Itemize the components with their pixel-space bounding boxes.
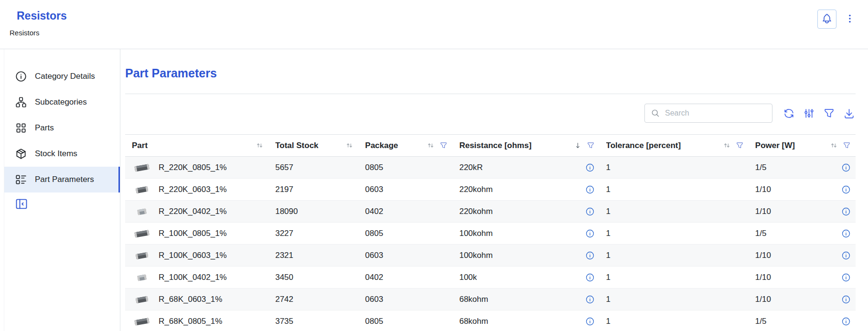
sidebar-item-category-details[interactable]: Category Details bbox=[4, 64, 120, 89]
table-row[interactable]: R_68K_0603_1%2742060368kohm11/10 bbox=[125, 288, 856, 310]
sort-icon[interactable] bbox=[427, 141, 435, 149]
table-row[interactable]: R_100K_0402_1%34500402100k11/10 bbox=[125, 267, 856, 288]
section-divider bbox=[125, 94, 856, 94]
table-row[interactable]: R_220K_0402_1%180900402220kohm11/10 bbox=[125, 201, 856, 223]
part-cell: R_100K_0805_1% bbox=[125, 223, 268, 245]
resistance-cell: 68kohm bbox=[452, 288, 599, 310]
part-name: R_100K_0805_1% bbox=[159, 229, 227, 238]
column-label: Total Stock bbox=[275, 141, 318, 150]
breadcrumb[interactable]: Resistors bbox=[10, 29, 67, 37]
package-cell: 0603 bbox=[358, 288, 452, 310]
power-value: 1/5 bbox=[755, 163, 767, 172]
info-circle-icon[interactable] bbox=[841, 273, 851, 282]
resistance-cell: 100kohm bbox=[452, 245, 599, 267]
sort-icon[interactable] bbox=[345, 141, 354, 149]
section-title: Part Parameters bbox=[125, 66, 856, 80]
refresh-icon bbox=[783, 107, 795, 119]
filter-button[interactable] bbox=[822, 107, 836, 120]
category-grid-icon bbox=[15, 122, 27, 134]
header-left: Resistors Resistors bbox=[10, 8, 67, 37]
table-row[interactable]: R_220K_0603_1%21970603220kohm11/10 bbox=[125, 179, 856, 201]
sidebar-collapse-button[interactable] bbox=[15, 197, 29, 212]
part-thumbnail bbox=[132, 160, 152, 175]
column-header-power-w[interactable]: Power [W] bbox=[749, 135, 856, 157]
overflow-menu-button[interactable] bbox=[844, 10, 856, 29]
table-row[interactable]: R_100K_0603_1%23210603100kohm11/10 bbox=[125, 245, 856, 267]
column-header-part[interactable]: Part bbox=[125, 135, 268, 157]
part-name: R_100K_0603_1% bbox=[159, 251, 227, 260]
table-row[interactable]: R_100K_0805_1%32270805100kohm11/5 bbox=[125, 223, 856, 245]
resistance-value: 100k bbox=[459, 273, 477, 282]
sidebar-item-subcategories[interactable]: Subcategories bbox=[4, 89, 120, 115]
power-value: 1/5 bbox=[755, 229, 767, 238]
sidebar-item-part-parameters[interactable]: Part Parameters bbox=[4, 167, 120, 192]
sort-icon[interactable] bbox=[723, 141, 731, 149]
app-root: Resistors Resistors Category DetailsSubc… bbox=[0, 0, 868, 331]
part-name: R_68K_0603_1% bbox=[159, 295, 222, 304]
column-header-package[interactable]: Package bbox=[358, 135, 452, 157]
power-cell: 1/10 bbox=[749, 267, 856, 288]
power-cell: 1/10 bbox=[749, 179, 856, 201]
part-name: R_220K_0402_1% bbox=[159, 207, 227, 216]
power-value: 1/10 bbox=[755, 207, 771, 216]
power-cell: 1/10 bbox=[749, 245, 856, 267]
info-circle-icon[interactable] bbox=[841, 251, 851, 260]
tolerance-cell: 1 bbox=[600, 179, 749, 201]
table-toolbar bbox=[125, 104, 856, 123]
table-header: PartTotal StockPackageResistance [ohms]T… bbox=[125, 135, 856, 157]
part-parameters-table: PartTotal StockPackageResistance [ohms]T… bbox=[125, 134, 856, 331]
package-cell: 0603 bbox=[358, 179, 452, 201]
resistance-cell: 100kohm bbox=[452, 223, 599, 245]
info-circle-icon[interactable] bbox=[841, 163, 851, 172]
info-circle-icon[interactable] bbox=[841, 185, 851, 194]
info-circle-icon[interactable] bbox=[585, 229, 595, 238]
part-thumbnail bbox=[132, 270, 152, 285]
package-cell: 0805 bbox=[358, 310, 452, 331]
sort-icon[interactable] bbox=[830, 141, 838, 149]
download-button[interactable] bbox=[842, 107, 856, 120]
search-input[interactable] bbox=[664, 108, 766, 118]
column-filter-icon[interactable] bbox=[736, 141, 744, 149]
bell-icon bbox=[821, 13, 833, 26]
column-header-resistance-ohms[interactable]: Resistance [ohms] bbox=[452, 135, 599, 157]
info-circle-icon[interactable] bbox=[585, 317, 595, 326]
tolerance-cell: 1 bbox=[600, 245, 749, 267]
column-header-tolerance-percent[interactable]: Tolerance [percent] bbox=[600, 135, 749, 157]
sidebar-item-stock-items[interactable]: Stock Items bbox=[4, 141, 120, 167]
notifications-button[interactable] bbox=[817, 10, 836, 29]
resistance-value: 68kohm bbox=[459, 295, 488, 304]
column-filter-icon[interactable] bbox=[587, 141, 595, 149]
power-cell: 1/10 bbox=[749, 201, 856, 223]
sidebar-item-parts[interactable]: Parts bbox=[4, 115, 120, 141]
info-circle-icon[interactable] bbox=[841, 295, 851, 304]
part-thumbnail bbox=[132, 314, 152, 329]
column-label: Package bbox=[365, 141, 398, 150]
info-circle-icon[interactable] bbox=[585, 273, 595, 282]
sort-desc-icon[interactable] bbox=[574, 141, 582, 149]
info-circle-icon[interactable] bbox=[585, 251, 595, 260]
info-circle-icon[interactable] bbox=[841, 229, 851, 238]
info-circle-icon[interactable] bbox=[585, 207, 595, 216]
part-name: R_220K_0805_1% bbox=[159, 163, 227, 172]
column-filter-icon[interactable] bbox=[439, 141, 448, 149]
table-options-button[interactable] bbox=[802, 107, 815, 120]
column-filter-icon[interactable] bbox=[843, 141, 851, 149]
refresh-button[interactable] bbox=[782, 107, 795, 120]
list-details-icon bbox=[15, 173, 27, 186]
download-icon bbox=[843, 107, 855, 119]
table-row[interactable]: R_68K_0805_1%3735080568kohm11/5 bbox=[125, 310, 856, 331]
sidebar-items: Category DetailsSubcategoriesPartsStock … bbox=[4, 64, 120, 192]
search-box bbox=[644, 104, 772, 123]
sort-icon[interactable] bbox=[256, 141, 264, 149]
info-circle-icon[interactable] bbox=[585, 163, 595, 172]
info-circle-icon[interactable] bbox=[585, 185, 595, 194]
info-circle-icon[interactable] bbox=[841, 207, 851, 216]
part-cell: R_220K_0402_1% bbox=[125, 201, 268, 223]
info-circle-icon[interactable] bbox=[585, 295, 595, 304]
info-circle-icon[interactable] bbox=[841, 317, 851, 326]
column-header-total-stock[interactable]: Total Stock bbox=[268, 135, 358, 157]
power-value: 1/10 bbox=[755, 251, 771, 260]
total-stock-cell: 3227 bbox=[268, 223, 358, 245]
table-row[interactable]: R_220K_0805_1%56570805220kR11/5 bbox=[125, 157, 856, 179]
sidebar: Category DetailsSubcategoriesPartsStock … bbox=[4, 49, 120, 331]
